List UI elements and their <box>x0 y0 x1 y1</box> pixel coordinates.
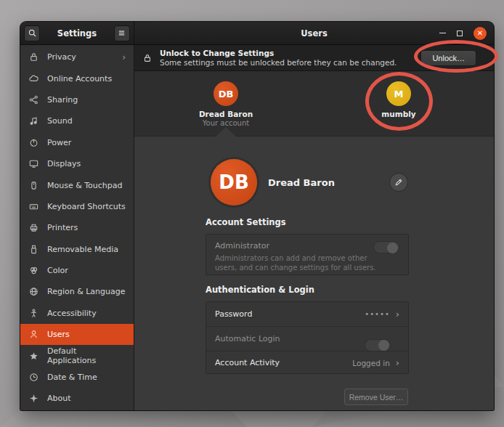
sidebar-item-label: Sound <box>47 116 73 126</box>
password-label: Password <box>215 309 252 319</box>
user-icon <box>28 329 39 340</box>
sidebar-item-label: Color <box>47 266 68 275</box>
share-icon <box>28 94 39 105</box>
sidebar-item-default-applications[interactable]: Default Applications <box>20 345 134 366</box>
automatic-login-toggle[interactable] <box>365 339 391 351</box>
avatar-mumbly: M <box>386 81 411 106</box>
sidebar-item-label: Keyboard Shortcuts <box>47 202 126 211</box>
sidebar-item-power[interactable]: Power <box>20 132 134 153</box>
sidebar-item-region-language[interactable]: Region & Language <box>20 281 134 302</box>
minimize-button[interactable] <box>439 33 446 34</box>
auth-login-card: Password ••••• › Automatic Login Account… <box>206 301 409 374</box>
sidebar-nav: Privacy › Online Accounts Sharing Sound … <box>20 45 134 410</box>
carousel-user-mumbly[interactable]: M mumbly <box>355 81 442 118</box>
sidebar-item-users[interactable]: Users <box>20 324 134 345</box>
star-icon <box>28 351 39 362</box>
sidebar-item-sound[interactable]: Sound <box>20 110 134 131</box>
sidebar-item-label: Power <box>47 138 71 147</box>
sidebar-item-label: Removable Media <box>47 245 118 254</box>
administrator-description: Administrators can add and remove other … <box>215 254 385 272</box>
sidebar-item-displays[interactable]: Displays <box>20 153 134 174</box>
lock-icon <box>28 52 39 62</box>
hamburger-icon <box>117 28 126 38</box>
administrator-label: Administrator <box>215 241 399 251</box>
password-row[interactable]: Password ••••• › <box>206 302 408 326</box>
starburst-icon <box>28 393 39 404</box>
carousel-user-name: mumbly <box>355 110 442 118</box>
sidebar-item-label: Default Applications <box>47 346 126 365</box>
color-icon <box>28 265 39 276</box>
remove-user-button[interactable]: Remove User… <box>344 389 408 405</box>
unlock-banner: Unlock to Change Settings Some settings … <box>134 45 494 71</box>
sidebar-item-privacy[interactable]: Privacy › <box>20 46 134 68</box>
sidebar-item-online-accounts[interactable]: Online Accounts <box>20 68 134 89</box>
sidebar-item-label: Printers <box>47 223 78 232</box>
mouse-icon <box>28 180 39 191</box>
close-button[interactable]: ✕ <box>473 27 487 40</box>
sidebar-item-label: Date & Time <box>47 373 97 382</box>
power-icon <box>28 137 39 148</box>
administrator-toggle[interactable] <box>373 241 399 253</box>
banner-subtitle: Some settings must be unlocked before th… <box>160 58 397 68</box>
sidebar-item-label: Privacy <box>47 52 76 62</box>
clock-icon <box>28 372 39 383</box>
pencil-icon <box>394 178 403 187</box>
chevron-right-icon: › <box>396 357 399 368</box>
sidebar-item-removable-media[interactable]: Removable Media <box>20 239 134 260</box>
carousel-user-name: Dread Baron <box>182 110 269 118</box>
account-activity-label: Account Activity <box>215 358 280 367</box>
sidebar-headerbar: Settings <box>20 22 134 45</box>
sidebar-item-about[interactable]: About <box>20 388 134 409</box>
carousel-user-dread-baron[interactable]: DB Dread Baron Your account <box>182 81 269 127</box>
profile-avatar[interactable]: DB <box>211 159 257 206</box>
sidebar-item-printers[interactable]: Printers <box>20 217 134 238</box>
user-carousel: DB Dread Baron Your account M mumbly <box>134 71 494 137</box>
sidebar-item-date-time[interactable]: Date & Time <box>20 367 134 388</box>
auth-login-header: Authentication & Login <box>206 285 314 295</box>
avatar-dread-baron: DB <box>214 81 238 106</box>
carousel-user-subtitle: Your account <box>182 119 269 127</box>
flash-drive-icon <box>28 244 39 255</box>
automatic-login-label: Automatic Login <box>215 334 280 343</box>
sidebar-item-color[interactable]: Color <box>20 260 134 281</box>
lock-icon <box>142 53 153 63</box>
sidebar-title: Settings <box>57 28 97 38</box>
sidebar-item-label: Region & Language <box>47 287 126 296</box>
music-note-icon <box>28 115 39 126</box>
account-activity-value: Logged in <box>352 359 389 367</box>
sidebar-item-label: Sharing <box>47 95 78 105</box>
sidebar-item-label: Online Accounts <box>47 74 112 84</box>
chevron-right-icon: › <box>396 309 399 320</box>
search-button[interactable] <box>24 25 40 41</box>
sidebar-item-keyboard-shortcuts[interactable]: Keyboard Shortcuts <box>20 196 134 217</box>
user-details: DB Dread Baron Account Settings Administ… <box>134 137 494 410</box>
profile-name: Dread Baron <box>268 177 335 188</box>
sidebar-item-sharing[interactable]: Sharing <box>20 89 134 110</box>
main-headerbar: Users ✕ <box>134 22 494 45</box>
keyboard-icon <box>28 201 39 212</box>
sidebar-item-label: About <box>47 394 71 403</box>
maximize-button[interactable] <box>457 30 463 36</box>
account-activity-row[interactable]: Account Activity Logged in › <box>206 351 408 375</box>
administrator-card: Administrator Administrators can add and… <box>206 234 409 275</box>
automatic-login-row: Automatic Login <box>206 326 408 350</box>
chevron-right-icon: › <box>122 52 126 62</box>
sidebar-item-accessibility[interactable]: Accessibility <box>20 303 134 324</box>
printer-icon <box>28 222 39 233</box>
sidebar-item-mouse-touchpad[interactable]: Mouse & Touchpad <box>20 174 134 195</box>
password-value: ••••• <box>365 310 390 318</box>
sidebar-item-label: Users <box>47 330 70 339</box>
globe-icon <box>28 286 39 297</box>
users-panel: Unlock to Change Settings Some settings … <box>134 45 494 410</box>
cloud-icon <box>28 73 39 84</box>
unlock-button[interactable]: Unlock… <box>420 50 476 66</box>
menu-button[interactable] <box>114 25 130 41</box>
sidebar-item-label: Displays <box>47 159 81 168</box>
sidebar-item-label: Mouse & Touchpad <box>47 181 123 190</box>
edit-name-button[interactable] <box>389 173 408 192</box>
settings-window: Settings Users ✕ Privacy › Online Accoun… <box>20 22 494 410</box>
sidebar-item-label: Accessibility <box>47 309 97 318</box>
display-icon <box>28 158 39 169</box>
search-icon <box>28 28 37 38</box>
banner-title: Unlock to Change Settings <box>160 49 397 58</box>
